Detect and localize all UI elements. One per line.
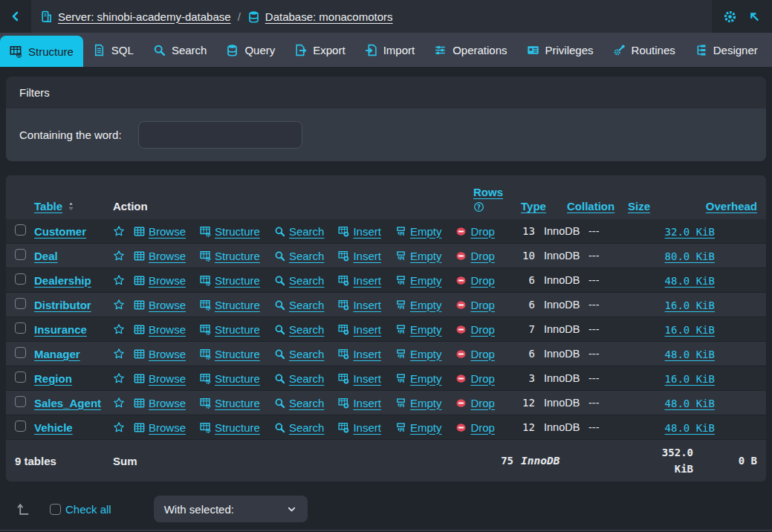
breadcrumb-database-link[interactable]: Database: monacomotors bbox=[247, 10, 393, 23]
action-search-link[interactable]: Search bbox=[274, 225, 325, 238]
breadcrumb-server-link[interactable]: Server: shinobi-academy-database bbox=[40, 10, 231, 23]
action-empty-link[interactable]: Empty bbox=[395, 421, 442, 434]
action-browse-link[interactable]: Browse bbox=[134, 397, 186, 409]
row-size-link[interactable]: 16.0 KiB bbox=[665, 299, 715, 311]
sort-by-overhead-link[interactable]: Overhead bbox=[706, 200, 757, 213]
table-name-link[interactable]: Deal bbox=[34, 250, 58, 262]
action-structure-link[interactable]: Structure bbox=[200, 348, 260, 360]
action-search-link[interactable]: Search bbox=[274, 274, 325, 287]
action-insert-link[interactable]: Insert bbox=[338, 397, 381, 409]
row-size-link[interactable]: 48.0 KiB bbox=[665, 348, 715, 360]
action-search-link[interactable]: Search bbox=[274, 323, 325, 336]
action-insert-link[interactable]: Insert bbox=[338, 348, 381, 360]
with-selected-dropdown[interactable]: With selected: bbox=[154, 496, 308, 522]
action-structure-link[interactable]: Structure bbox=[200, 323, 260, 336]
action-insert-link[interactable]: Insert bbox=[338, 225, 381, 238]
table-name-link[interactable]: Vehicle bbox=[34, 421, 73, 434]
action-browse-link[interactable]: Browse bbox=[134, 274, 186, 287]
tab-export[interactable]: Export bbox=[285, 33, 354, 67]
action-empty-link[interactable]: Empty bbox=[395, 274, 442, 287]
table-name-link[interactable]: Distributor bbox=[34, 299, 91, 311]
rows-help-icon[interactable] bbox=[473, 201, 484, 213]
table-name-link[interactable]: Region bbox=[34, 372, 72, 385]
action-drop-link[interactable]: Drop bbox=[455, 348, 495, 360]
action-browse-link[interactable]: Browse bbox=[134, 299, 186, 311]
tab-operations[interactable]: Operations bbox=[424, 33, 516, 67]
row-size-link[interactable]: 16.0 KiB bbox=[665, 324, 715, 336]
row-size-link[interactable]: 16.0 KiB bbox=[665, 373, 715, 385]
sort-by-table-link[interactable]: Table bbox=[34, 200, 62, 213]
action-insert-link[interactable]: Insert bbox=[338, 372, 381, 385]
action-drop-link[interactable]: Drop bbox=[455, 225, 495, 238]
action-drop-link[interactable]: Drop bbox=[455, 323, 495, 336]
tab-search[interactable]: Search bbox=[143, 33, 217, 67]
row-size-link[interactable]: 80.0 KiB bbox=[665, 250, 715, 262]
favorite-star-icon[interactable] bbox=[113, 348, 134, 360]
settings-gear-icon[interactable] bbox=[723, 10, 737, 24]
favorite-star-icon[interactable] bbox=[113, 225, 134, 237]
action-browse-link[interactable]: Browse bbox=[134, 421, 186, 434]
action-drop-link[interactable]: Drop bbox=[455, 372, 495, 385]
action-structure-link[interactable]: Structure bbox=[200, 225, 260, 238]
tab-designer[interactable]: Designer bbox=[685, 33, 768, 67]
action-structure-link[interactable]: Structure bbox=[200, 274, 260, 287]
row-checkbox[interactable] bbox=[15, 249, 26, 260]
back-button[interactable] bbox=[0, 0, 31, 33]
action-structure-link[interactable]: Structure bbox=[200, 372, 260, 385]
row-checkbox[interactable] bbox=[15, 298, 26, 309]
action-search-link[interactable]: Search bbox=[274, 372, 325, 385]
action-structure-link[interactable]: Structure bbox=[200, 250, 260, 262]
action-empty-link[interactable]: Empty bbox=[395, 348, 442, 360]
favorite-star-icon[interactable] bbox=[113, 323, 134, 335]
table-name-link[interactable]: Sales_Agent bbox=[34, 397, 101, 409]
table-name-link[interactable]: Manager bbox=[34, 348, 80, 360]
action-empty-link[interactable]: Empty bbox=[395, 397, 442, 409]
action-browse-link[interactable]: Browse bbox=[134, 225, 186, 238]
favorite-star-icon[interactable] bbox=[113, 299, 134, 311]
action-insert-link[interactable]: Insert bbox=[338, 421, 381, 434]
containing-word-input[interactable] bbox=[138, 121, 302, 149]
action-search-link[interactable]: Search bbox=[274, 348, 325, 360]
action-empty-link[interactable]: Empty bbox=[395, 299, 442, 311]
tab-import[interactable]: Import bbox=[355, 33, 425, 67]
favorite-star-icon[interactable] bbox=[113, 250, 134, 262]
favorite-star-icon[interactable] bbox=[113, 421, 134, 433]
action-drop-link[interactable]: Drop bbox=[455, 299, 495, 311]
action-search-link[interactable]: Search bbox=[274, 250, 325, 262]
action-structure-link[interactable]: Structure bbox=[200, 299, 260, 311]
action-drop-link[interactable]: Drop bbox=[455, 421, 495, 434]
sort-icon[interactable] bbox=[66, 201, 76, 211]
table-name-link[interactable]: Dealership bbox=[34, 274, 91, 287]
row-size-link[interactable]: 48.0 KiB bbox=[665, 275, 715, 287]
row-checkbox[interactable] bbox=[15, 396, 26, 407]
row-size-link[interactable]: 48.0 KiB bbox=[665, 398, 715, 409]
sort-by-collation-link[interactable]: Collation bbox=[567, 200, 614, 213]
action-insert-link[interactable]: Insert bbox=[338, 299, 381, 311]
action-empty-link[interactable]: Empty bbox=[395, 225, 442, 238]
action-insert-link[interactable]: Insert bbox=[338, 323, 381, 336]
sort-by-rows-link[interactable]: Rows bbox=[473, 186, 503, 198]
scroll-top-icon[interactable] bbox=[748, 10, 761, 23]
row-checkbox[interactable] bbox=[15, 224, 26, 236]
action-search-link[interactable]: Search bbox=[274, 421, 325, 434]
row-checkbox[interactable] bbox=[15, 421, 26, 432]
table-name-link[interactable]: Customer bbox=[34, 225, 86, 238]
action-drop-link[interactable]: Drop bbox=[455, 397, 495, 409]
action-insert-link[interactable]: Insert bbox=[338, 250, 381, 262]
sort-by-type-link[interactable]: Type bbox=[521, 200, 546, 213]
action-drop-link[interactable]: Drop bbox=[455, 274, 495, 287]
action-insert-link[interactable]: Insert bbox=[338, 274, 381, 287]
tab-sql[interactable]: SQL bbox=[83, 33, 143, 67]
row-checkbox[interactable] bbox=[15, 322, 26, 334]
row-size-link[interactable]: 32.0 KiB bbox=[665, 226, 715, 238]
action-browse-link[interactable]: Browse bbox=[134, 250, 186, 262]
action-structure-link[interactable]: Structure bbox=[200, 397, 260, 409]
row-checkbox[interactable] bbox=[15, 273, 26, 285]
action-empty-link[interactable]: Empty bbox=[395, 372, 442, 385]
action-drop-link[interactable]: Drop bbox=[455, 250, 495, 262]
tab-query[interactable]: Query bbox=[216, 33, 285, 67]
row-checkbox[interactable] bbox=[15, 347, 26, 358]
action-search-link[interactable]: Search bbox=[274, 397, 325, 409]
row-checkbox[interactable] bbox=[15, 372, 26, 383]
tab-structure[interactable]: Structure bbox=[0, 36, 83, 67]
